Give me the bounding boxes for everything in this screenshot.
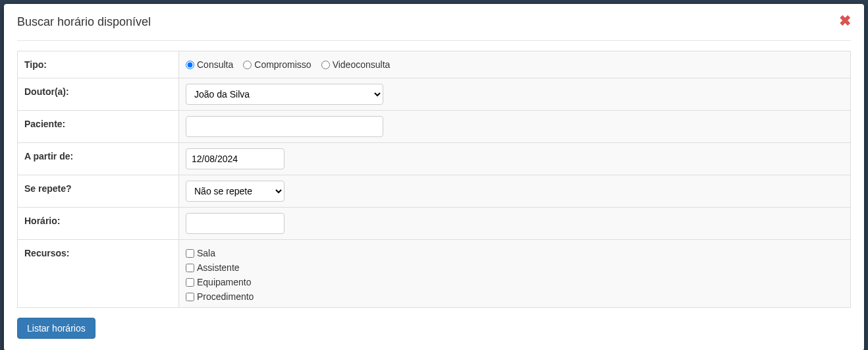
label-doutor: Doutor(a): (18, 78, 179, 111)
checkbox-assistente[interactable] (186, 264, 194, 272)
row-tipo: Tipo: Consulta Compromisso V (18, 51, 851, 78)
tipo-radio-group: Consulta Compromisso Videoconsulta (186, 59, 844, 70)
radio-videoconsulta-label[interactable]: Videoconsulta (333, 59, 391, 70)
input-paciente[interactable] (186, 116, 383, 137)
close-button[interactable]: ✖ (839, 14, 851, 28)
radio-compromisso[interactable] (243, 61, 252, 69)
checkbox-equipamento[interactable] (186, 278, 194, 287)
modal-title: Buscar horário disponível (17, 14, 151, 30)
label-repete: Se repete? (18, 175, 179, 208)
label-recursos: Recursos: (18, 240, 179, 308)
checkbox-assistente-label[interactable]: Assistente (197, 262, 240, 273)
search-available-time-modal: Buscar horário disponível ✖ Tipo: Consul… (4, 4, 864, 350)
checkbox-sala-label[interactable]: Sala (197, 248, 215, 258)
radio-compromisso-label[interactable]: Compromisso (254, 59, 311, 70)
row-horario: Horário: (18, 208, 851, 240)
label-tipo: Tipo: (18, 51, 179, 78)
checkbox-equipamento-label[interactable]: Equipamento (197, 277, 252, 287)
row-recursos: Recursos: Sala Assistente Eq (18, 240, 851, 308)
checkbox-procedimento[interactable] (186, 293, 194, 301)
row-repete: Se repete? Não se repete (18, 175, 851, 208)
label-horario: Horário: (18, 208, 179, 240)
radio-consulta[interactable] (186, 61, 194, 69)
modal-header: Buscar horário disponível ✖ (17, 14, 851, 41)
list-schedules-button[interactable]: Listar horários (17, 318, 95, 339)
close-icon: ✖ (839, 13, 851, 29)
label-apartir: A partir de: (18, 143, 179, 175)
select-repete[interactable]: Não se repete (186, 181, 285, 202)
input-horario[interactable] (186, 213, 285, 234)
radio-videoconsulta[interactable] (321, 61, 330, 69)
search-form: Tipo: Consulta Compromisso V (17, 51, 851, 308)
input-apartir[interactable] (186, 148, 285, 169)
recursos-checkbox-group: Sala Assistente Equipamento Procedi (186, 245, 844, 302)
checkbox-procedimento-label[interactable]: Procedimento (197, 291, 254, 302)
label-paciente: Paciente: (18, 111, 179, 143)
row-doutor: Doutor(a): João da Silva (18, 78, 851, 111)
radio-consulta-label[interactable]: Consulta (197, 59, 233, 70)
row-apartir: A partir de: (18, 143, 851, 175)
select-doutor[interactable]: João da Silva (186, 84, 383, 105)
checkbox-sala[interactable] (186, 249, 194, 258)
row-paciente: Paciente: (18, 111, 851, 143)
